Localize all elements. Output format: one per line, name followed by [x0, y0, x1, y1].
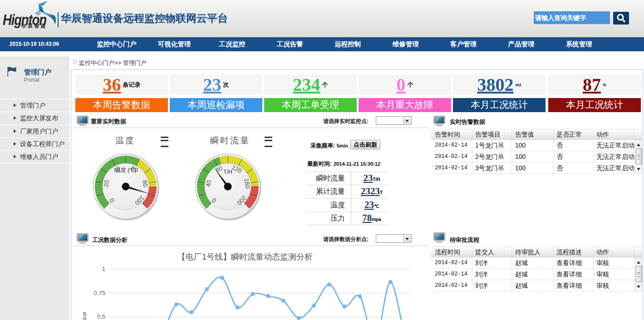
- svg-text:1: 1: [102, 266, 105, 272]
- svg-text:0.75: 0.75: [94, 290, 105, 296]
- svg-text:0.5: 0.5: [97, 313, 105, 320]
- svg-text:40: 40: [205, 180, 212, 187]
- svg-text:T/H: T/H: [223, 169, 232, 175]
- svg-text:80: 80: [141, 180, 149, 187]
- svg-text:温度 (℃): 温度 (℃): [115, 167, 136, 173]
- svg-text:Value: Value: [81, 312, 88, 320]
- svg-text:20: 20: [103, 180, 110, 187]
